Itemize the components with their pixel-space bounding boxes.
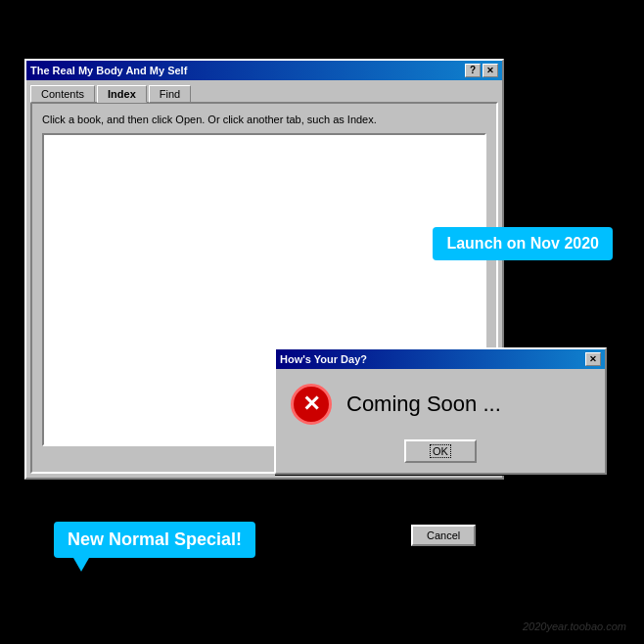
dialog-close-button[interactable]: ✕ [585, 352, 601, 366]
cancel-area: Cancel [411, 525, 476, 546]
instruction-text: Click a book, and then click Open. Or cl… [42, 114, 486, 125]
launch-bubble: Launch on Nov 2020 [433, 227, 613, 260]
error-icon: ✕ [291, 384, 332, 425]
error-icon-symbol: ✕ [302, 391, 320, 417]
watermark: 2020year.toobao.com [523, 621, 626, 632]
main-titlebar: The Real My Body And My Self ? ✕ [26, 61, 502, 80]
dialog-window: How's Your Day? ✕ ✕ Coming Soon ... OK [274, 347, 607, 475]
dialog-titlebar: How's Your Day? ✕ [276, 349, 605, 369]
normal-bubble: New Normal Special! [54, 522, 255, 558]
dialog-message: Coming Soon ... [346, 391, 501, 417]
dialog-title: How's Your Day? [280, 353, 585, 365]
dialog-buttons: OK [291, 439, 590, 463]
dialog-body: ✕ Coming Soon ... OK [276, 369, 605, 473]
dialog-row: ✕ Coming Soon ... [291, 384, 590, 425]
main-window-title: The Real My Body And My Self [30, 65, 465, 76]
tab-bar: Contents Index Find [26, 80, 502, 102]
tab-find[interactable]: Find [149, 85, 191, 103]
close-button[interactable]: ✕ [483, 64, 498, 77]
ok-button[interactable]: OK [404, 439, 477, 463]
tab-index[interactable]: Index [97, 85, 147, 103]
tab-contents[interactable]: Contents [30, 85, 95, 103]
ok-button-inner: OK [430, 444, 451, 458]
help-button[interactable]: ? [465, 64, 481, 77]
dialog-titlebar-buttons: ✕ [585, 352, 601, 366]
titlebar-buttons: ? ✕ [465, 64, 498, 77]
cancel-button[interactable]: Cancel [411, 525, 476, 546]
